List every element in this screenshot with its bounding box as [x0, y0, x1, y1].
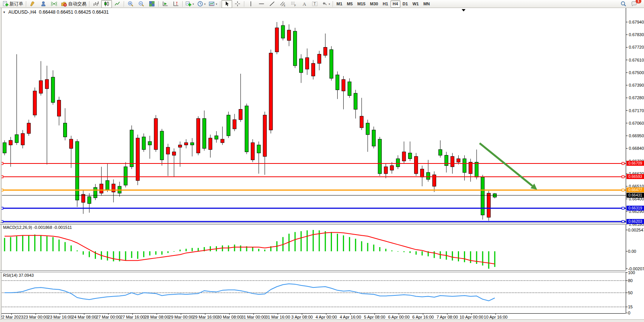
candle-bearish[interactable] — [390, 166, 394, 170]
zoom-out-button[interactable] — [136, 0, 147, 8]
candle-bearish[interactable] — [487, 193, 491, 217]
candlestick-mode-button[interactable] — [101, 0, 112, 8]
candle-bullish[interactable] — [130, 130, 133, 167]
candle-bearish[interactable] — [27, 123, 30, 133]
candle-bearish[interactable] — [100, 184, 103, 193]
timeframe-h4-button[interactable]: H4 — [391, 0, 400, 8]
candle-bullish[interactable] — [438, 149, 442, 155]
equidistant-channel-tool-button[interactable]: E — [277, 0, 288, 8]
candle-bullish[interactable] — [408, 153, 412, 159]
candle-bullish[interactable] — [88, 197, 91, 203]
line-chart-mode-button[interactable] — [112, 0, 123, 8]
candle-bullish[interactable] — [348, 82, 351, 95]
candle-bullish[interactable] — [106, 181, 109, 190]
candle-bearish[interactable] — [469, 162, 472, 174]
line-handle-right[interactable] — [622, 189, 624, 191]
candle-bearish[interactable] — [209, 138, 212, 149]
candle-bullish[interactable] — [3, 143, 6, 153]
candle-bearish[interactable] — [263, 115, 266, 157]
candle-bearish[interactable] — [9, 140, 12, 145]
candle-bearish[interactable] — [324, 47, 327, 55]
candle-bearish[interactable] — [21, 133, 24, 145]
chevron-down-icon[interactable]: ▾ — [193, 3, 194, 5]
chevron-down-icon[interactable]: ▾ — [216, 3, 217, 5]
candle-bearish[interactable] — [457, 159, 460, 162]
vertical-line-tool-button[interactable] — [245, 0, 256, 8]
candle-bullish[interactable] — [427, 173, 430, 179]
candle-bearish[interactable] — [136, 138, 139, 181]
candle-bullish[interactable] — [94, 187, 97, 198]
line-handle-right[interactable] — [622, 162, 624, 165]
pane-splitter-macd[interactable] — [0, 223, 626, 225]
timeframe-mn-button[interactable]: MN — [421, 0, 432, 8]
search-button[interactable] — [618, 0, 629, 8]
candle-bullish[interactable] — [257, 145, 260, 153]
candle-bearish[interactable] — [251, 143, 254, 160]
timeframe-d1-button[interactable]: D1 — [400, 0, 410, 8]
candle-bullish[interactable] — [202, 119, 206, 149]
candle-bearish[interactable] — [275, 28, 279, 52]
candle-bullish[interactable] — [481, 177, 485, 215]
candle-bullish[interactable] — [475, 162, 478, 177]
candle-bearish[interactable] — [45, 79, 49, 89]
chart-canvas[interactable]: 0.679400.678300.677200.676100.675000.673… — [0, 0, 644, 322]
template-button[interactable]: ▾ — [207, 0, 219, 8]
candle-bearish[interactable] — [233, 120, 236, 129]
chevron-down-icon[interactable]: ▾ — [204, 3, 206, 5]
candle-bullish[interactable] — [281, 25, 285, 38]
candle-bearish[interactable] — [317, 54, 321, 63]
crayon-tool-button[interactable] — [27, 0, 38, 8]
candle-bullish[interactable] — [300, 59, 303, 73]
fibonacci-tool-button[interactable]: F — [288, 0, 299, 8]
candle-bullish[interactable] — [245, 106, 249, 152]
timeframe-m5-button[interactable]: M5 — [344, 0, 355, 8]
signal-button[interactable] — [49, 0, 59, 8]
candle-bearish[interactable] — [287, 30, 291, 40]
candle-bearish[interactable] — [69, 139, 73, 148]
candle-bullish[interactable] — [378, 139, 381, 174]
line-handle-right[interactable] — [622, 176, 624, 178]
candle-bullish[interactable] — [463, 159, 466, 173]
candle-bullish[interactable] — [396, 159, 400, 167]
timeframe-h1-button[interactable]: H1 — [380, 0, 390, 8]
candle-bearish[interactable] — [269, 53, 273, 130]
add-indicator-button[interactable]: ▾ — [184, 0, 196, 8]
trendline-tool-button[interactable] — [267, 0, 277, 8]
candle-bearish[interactable] — [414, 156, 418, 173]
chart-background[interactable] — [0, 8, 644, 322]
candle-bearish[interactable] — [239, 109, 242, 120]
candle-bullish[interactable] — [293, 31, 297, 66]
period-button[interactable]: ▾ — [196, 0, 207, 8]
candle-bearish[interactable] — [360, 116, 363, 128]
candle-bullish[interactable] — [142, 137, 145, 149]
timeframe-w1-button[interactable]: W1 — [410, 0, 421, 8]
bar-chart-mode-button[interactable] — [91, 0, 101, 8]
candle-bearish[interactable] — [221, 139, 224, 143]
pane-splitter-rsi[interactable] — [0, 270, 626, 272]
candle-bullish[interactable] — [124, 167, 128, 185]
cursor-tool-button[interactable] — [222, 0, 232, 8]
notifications-button[interactable]: 1 — [629, 0, 639, 8]
market-watch-button[interactable] — [38, 0, 49, 8]
candle-bullish[interactable] — [366, 123, 370, 135]
crosshair-tool-button[interactable] — [232, 0, 243, 8]
candle-bearish[interactable] — [112, 184, 115, 192]
candle-bearish[interactable] — [39, 81, 43, 93]
candle-bearish[interactable] — [342, 79, 345, 91]
candle-bearish[interactable] — [421, 169, 424, 177]
timeframe-m1-button[interactable]: M1 — [334, 0, 344, 8]
chevron-down-icon[interactable]: ▾ — [329, 3, 330, 5]
candle-bullish[interactable] — [190, 143, 194, 145]
candle-bearish[interactable] — [402, 152, 406, 161]
new-order-button[interactable]: 新订单 — [1, 0, 25, 8]
label-tool-button[interactable]: T — [309, 0, 320, 8]
candle-bearish[interactable] — [33, 91, 37, 115]
candle-bullish[interactable] — [160, 131, 164, 160]
timeframe-m15-button[interactable]: M15 — [355, 0, 368, 8]
collapse-triangle-icon[interactable]: ▼ — [3, 11, 6, 14]
candle-bearish[interactable] — [57, 100, 61, 116]
timeframe-m30-button[interactable]: M30 — [368, 0, 380, 8]
candle-bullish[interactable] — [372, 130, 375, 146]
candle-bullish[interactable] — [215, 136, 218, 139]
candle-bullish[interactable] — [336, 75, 339, 90]
